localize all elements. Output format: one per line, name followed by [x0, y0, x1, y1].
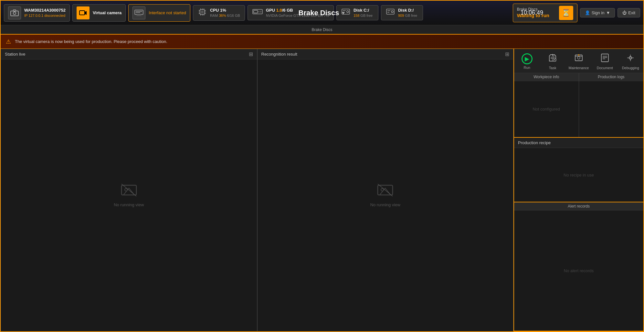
disk-d-card: Disk D:/ 909 GB free — [381, 5, 423, 21]
station-live-title: Station live — [5, 52, 26, 57]
gpu-info: GPU 1.0/6 GB NVIDIA GeForce GTX 1660 SUP… — [266, 7, 329, 18]
workpiece-info-header: Workpiece info — [514, 73, 579, 81]
workpiece-info-section: Workpiece info Not configured — [514, 73, 579, 137]
alert-body: No alert records — [514, 210, 643, 331]
camera-card[interactable]: WAM30214A3000752 IP 127.0.0.1 disconnect… — [4, 4, 70, 22]
svg-point-48 — [577, 57, 580, 59]
station-live-grid-icon[interactable]: ⊞ — [249, 51, 253, 57]
debugging-button[interactable]: Debugging — [621, 53, 640, 70]
info-panels: Workpiece info Not configured Production… — [514, 73, 643, 331]
content-area: Station live ⊞ — [1, 49, 643, 331]
run-icon: ▶ — [522, 53, 533, 64]
user-icon: 👤 — [585, 10, 590, 15]
no-view-text-right: No running view — [370, 202, 400, 207]
debugging-icon — [626, 53, 635, 65]
toolbar: ▶ Run — [514, 49, 643, 73]
disk-c-info: Disk C:/ 158 GB free — [354, 7, 373, 18]
top-bar: WAM30214A3000752 IP 127.0.0.1 disconnect… — [1, 1, 643, 35]
signin-button[interactable]: 👤 Sign in ▼ — [580, 8, 615, 17]
no-recipe-text: No recipe in use — [564, 173, 594, 177]
svg-rect-2 — [13, 10, 16, 11]
recognition-body: No running view — [258, 59, 513, 331]
task-button[interactable]: Task — [543, 53, 562, 70]
recipe-section: Production recipe No recipe in use — [514, 138, 643, 202]
cpu-info: CPU 1% RAM 36% 6/16 GB — [210, 7, 240, 18]
production-logs-section: Production logs — [579, 73, 644, 137]
maintenance-icon — [574, 53, 583, 65]
disk-d-info: Disk D:/ 909 GB free — [398, 7, 417, 18]
task-icon — [548, 53, 557, 65]
info-row-top: Workpiece info Not configured Production… — [514, 73, 643, 138]
left-panels: Station live ⊞ — [1, 49, 514, 331]
recipe-body: No recipe in use — [514, 148, 643, 202]
svg-rect-51 — [601, 54, 608, 62]
power-icon: ⏻ — [622, 10, 627, 15]
camera-ip: IP 127.0.0.1 disconnected — [24, 13, 66, 18]
gpu-card: GPU 1.0/6 GB NVIDIA GeForce GTX 1660 SUP… — [248, 5, 334, 21]
interface-label: Interface not started — [149, 10, 186, 15]
cpu-icon — [198, 7, 207, 18]
document-button[interactable]: Document — [595, 53, 615, 70]
alert-header: Alert records — [514, 202, 643, 210]
svg-rect-47 — [575, 55, 582, 61]
disk-d-label: Disk D:/ — [398, 7, 417, 13]
no-view-icon-left — [121, 183, 137, 200]
svg-rect-26 — [258, 11, 259, 13]
svg-point-40 — [381, 188, 384, 191]
svg-rect-9 — [136, 16, 142, 16]
interface-card[interactable]: Interface not started — [128, 4, 190, 22]
no-view-icon-right — [377, 183, 393, 200]
svg-rect-27 — [260, 11, 261, 13]
disk-d-icon — [386, 8, 395, 17]
cpu-label: CPU 1% — [210, 7, 240, 13]
camera-info: WAM30214A3000752 IP 127.0.0.1 disconnect… — [24, 8, 66, 18]
time-display: 10:06:49 — [521, 9, 543, 16]
disk-d-sub: 909 GB free — [398, 13, 417, 18]
recognition-panel: Recongnition result ⊞ — [257, 49, 514, 331]
recognition-header: Recongnition result ⊞ — [258, 49, 513, 59]
svg-point-37 — [125, 188, 127, 191]
svg-point-33 — [391, 11, 393, 13]
not-configured-text: Not configured — [533, 107, 560, 112]
virtual-camera-card[interactable]: Virtual camera — [72, 4, 126, 22]
exit-button[interactable]: ⏻ Exit — [618, 8, 640, 17]
disk-c-card: Disk C:/ 158 GB free — [336, 5, 378, 21]
document-icon — [601, 53, 609, 65]
warning-banner: ⚠ The virtual camera is now being used f… — [1, 35, 643, 49]
run-button[interactable]: ▶ Run — [517, 53, 537, 70]
maintenance-button[interactable]: Maintenance — [568, 53, 589, 70]
recipe-header: Production recipe — [514, 138, 643, 148]
svg-rect-25 — [254, 10, 258, 13]
debugging-label: Debugging — [622, 66, 639, 70]
gpu-label: GPU 1.0/6 GB — [266, 7, 329, 13]
app-subtitle: Brake Discs — [311, 27, 332, 32]
warning-text: The virtual camera is now being used for… — [15, 39, 167, 44]
vcam-icon — [77, 6, 90, 19]
no-view-text-left: No running view — [114, 202, 144, 207]
camera-name: WAM30214A3000752 — [24, 8, 66, 13]
main-content: ⚠ The virtual camera is now being used f… — [1, 35, 643, 331]
panels-row: Station live ⊞ — [1, 49, 513, 331]
right-panel: ▶ Run — [514, 49, 643, 331]
svg-rect-5 — [135, 10, 143, 15]
maintenance-label: Maintenance — [568, 66, 589, 70]
production-logs-body — [579, 81, 644, 137]
svg-rect-11 — [201, 11, 204, 13]
hourglass-button[interactable]: ⏳ — [559, 6, 573, 20]
svg-point-50 — [578, 54, 579, 56]
svg-rect-8 — [137, 15, 141, 16]
gpu-sub: NVIDIA GeForce GTX 1660 SUPER 7% — [266, 13, 329, 18]
top-bar-main: WAM30214A3000752 IP 127.0.0.1 disconnect… — [1, 1, 643, 25]
recognition-grid-icon[interactable]: ⊞ — [505, 51, 509, 57]
no-alerts-text: No alert records — [564, 268, 594, 273]
station-live-body: No running view — [1, 59, 257, 331]
svg-rect-56 — [629, 57, 631, 59]
recognition-title: Recongnition result — [261, 52, 297, 57]
svg-point-1 — [13, 12, 16, 15]
top-bar-sub: Brake Discs — [1, 25, 643, 34]
warning-icon: ⚠ — [6, 38, 11, 45]
dropdown-arrow: ▼ — [606, 10, 610, 15]
gpu-icon — [252, 8, 263, 17]
document-label: Document — [597, 66, 613, 70]
task-label: Task — [549, 66, 556, 70]
